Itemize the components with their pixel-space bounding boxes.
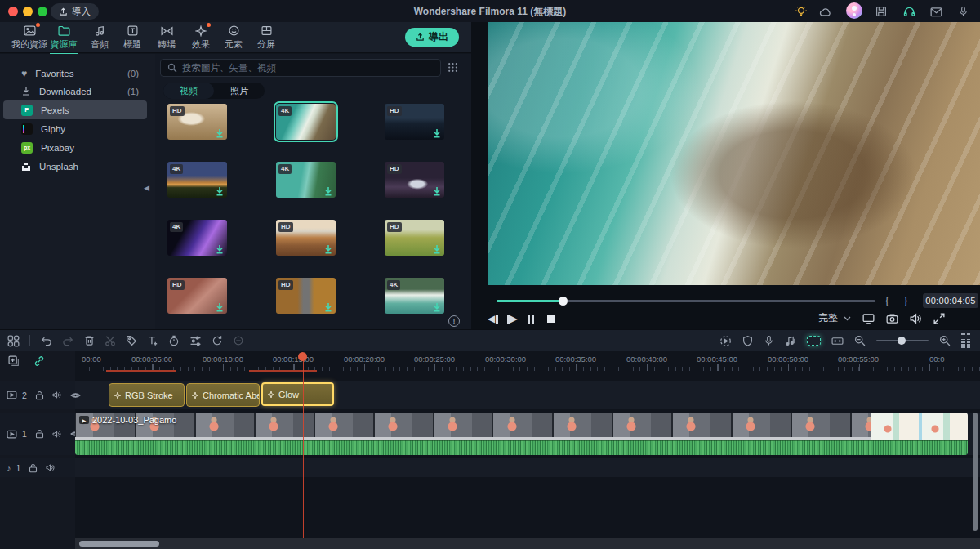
stock-thumbnail[interactable]: HD	[276, 278, 336, 314]
zoom-out-icon[interactable]	[854, 335, 866, 346]
fit-mode-dropdown[interactable]: 完整	[818, 311, 851, 325]
cloud-icon[interactable]	[817, 4, 832, 19]
download-arrow-icon[interactable]	[324, 245, 332, 254]
auto-ripple-icon[interactable]	[807, 336, 821, 346]
stock-thumbnail[interactable]: 4K	[276, 162, 336, 198]
record-mic-icon[interactable]	[956, 4, 970, 19]
lock-icon[interactable]	[29, 463, 38, 473]
delete-trash-icon[interactable]	[84, 335, 95, 346]
view-options-grid-icon[interactable]	[448, 62, 458, 73]
info-icon[interactable]: !	[448, 315, 460, 327]
mute-speaker-icon[interactable]	[52, 391, 62, 399]
stop-button[interactable]	[547, 311, 555, 326]
download-arrow-icon[interactable]	[216, 129, 224, 138]
vertical-scrollbar-thumb[interactable]	[973, 413, 978, 531]
volume-icon[interactable]	[910, 313, 922, 324]
voiceover-mic-icon[interactable]	[764, 335, 774, 346]
fit-timeline-icon[interactable]	[831, 336, 844, 346]
sidebar-item-pixabay[interactable]: px Pixabay	[3, 138, 147, 157]
split-scissors-icon[interactable]	[105, 335, 116, 346]
tab-stock-media[interactable]: 資源庫	[46, 25, 82, 52]
shield-icon[interactable]	[742, 335, 753, 346]
stock-thumbnail[interactable]: HD	[385, 104, 444, 140]
download-arrow-icon[interactable]	[433, 129, 441, 138]
add-track-icon[interactable]	[8, 355, 20, 367]
lock-icon[interactable]	[35, 429, 44, 439]
effect-clip-glow[interactable]: Glow	[261, 382, 334, 406]
search-bar[interactable]	[160, 59, 441, 77]
lock-icon[interactable]	[35, 391, 44, 400]
horizontal-scrollbar[interactable]	[75, 538, 980, 549]
undo-icon[interactable]	[40, 336, 52, 346]
tab-audio[interactable]: 音頻	[85, 25, 114, 52]
preview-video[interactable]	[488, 22, 980, 285]
sidebar-item-giphy[interactable]: Giphy	[3, 119, 147, 138]
download-arrow-icon[interactable]	[433, 303, 441, 312]
tips-lightbulb-icon[interactable]	[794, 4, 808, 19]
chroma-key-icon[interactable]	[233, 335, 244, 346]
zoom-slider-knob[interactable]	[898, 337, 906, 345]
support-headset-icon[interactable]	[902, 4, 916, 19]
display-device-icon[interactable]	[862, 313, 875, 324]
timeline-zoom-slider[interactable]	[876, 340, 929, 341]
download-arrow-icon[interactable]	[324, 303, 332, 312]
stock-thumbnail[interactable]: HD	[167, 278, 227, 314]
tab-titles[interactable]: 標題	[118, 25, 147, 52]
audio-mixer-icon[interactable]	[785, 335, 796, 346]
mark-in-icon[interactable]: {	[885, 294, 889, 306]
mute-speaker-icon[interactable]	[52, 430, 62, 439]
crop-rotate-icon[interactable]	[212, 335, 223, 346]
playhead-handle[interactable]	[298, 352, 307, 361]
download-arrow-icon[interactable]	[216, 303, 224, 312]
adjust-sliders-icon[interactable]	[189, 336, 202, 346]
download-arrow-icon[interactable]	[324, 187, 332, 196]
tab-photos[interactable]: 照片	[214, 83, 265, 99]
sidebar-item-pexels[interactable]: P Pexels	[3, 100, 147, 119]
sidebar-item-favorites[interactable]: ♥ Favorites (0)	[3, 64, 147, 83]
download-arrow-icon[interactable]	[433, 187, 441, 196]
stock-thumbnail[interactable]: 4K	[167, 220, 227, 256]
sidebar-item-downloaded[interactable]: Downloaded (1)	[3, 82, 147, 100]
video-clip[interactable]: ▶ 2022-10-03_Pagamo	[75, 413, 968, 455]
tab-effects[interactable]: 效果	[186, 25, 216, 52]
account-avatar[interactable]	[846, 2, 862, 19]
snapshot-camera-icon[interactable]	[886, 313, 898, 324]
zoom-in-icon[interactable]	[939, 335, 951, 346]
effect-clip-chromatic[interactable]: Chromatic Aber	[186, 383, 260, 407]
mute-speaker-icon[interactable]	[46, 463, 56, 472]
timeline-ruler[interactable]: 00:00 00:00:05:00 00:00:10:00 00:00:15:0…	[75, 351, 980, 372]
tab-transitions[interactable]: 轉場	[152, 25, 181, 52]
audio-meter-icon[interactable]	[961, 333, 970, 348]
tab-videos[interactable]: 視頻	[163, 83, 214, 99]
speed-timer-icon[interactable]	[168, 335, 180, 346]
audio-track-lane[interactable]	[75, 458, 980, 477]
stock-thumbnail[interactable]: 4K	[167, 162, 227, 198]
previous-frame-button[interactable]: ◀	[488, 311, 498, 326]
stock-thumbnail[interactable]: HD	[385, 220, 444, 256]
media-layout-icon[interactable]	[7, 335, 20, 347]
horizontal-scrollbar-thumb[interactable]	[79, 541, 159, 547]
download-arrow-icon[interactable]	[433, 245, 441, 254]
fullscreen-icon[interactable]	[933, 313, 945, 324]
stock-thumbnail-selected[interactable]: 4K	[276, 104, 336, 140]
search-input[interactable]	[182, 63, 434, 73]
save-project-icon[interactable]	[874, 4, 889, 19]
play-button[interactable]: ▶	[507, 311, 518, 326]
effect-clip-rgb-stroke[interactable]: RGB Stroke	[109, 383, 185, 407]
hide-eye-icon[interactable]	[70, 391, 81, 399]
tab-split-screen[interactable]: 分屏	[252, 25, 281, 52]
playhead-line[interactable]	[303, 353, 304, 544]
seek-handle[interactable]	[559, 297, 568, 306]
feedback-mail-icon[interactable]	[929, 4, 943, 19]
mark-out-icon[interactable]: }	[904, 294, 907, 306]
collapse-sidebar-arrow[interactable]: ◀	[144, 184, 149, 192]
link-clips-icon[interactable]	[33, 355, 45, 367]
tab-elements[interactable]: 元素	[219, 25, 248, 52]
stock-thumbnail[interactable]: HD	[385, 162, 444, 198]
render-preview-icon[interactable]	[719, 335, 732, 347]
stock-thumbnail[interactable]: HD	[167, 104, 227, 140]
download-arrow-icon[interactable]	[216, 245, 224, 254]
download-arrow-icon[interactable]	[216, 187, 224, 196]
marker-tag-icon[interactable]	[126, 335, 137, 346]
stock-thumbnail[interactable]: HD	[276, 220, 336, 256]
